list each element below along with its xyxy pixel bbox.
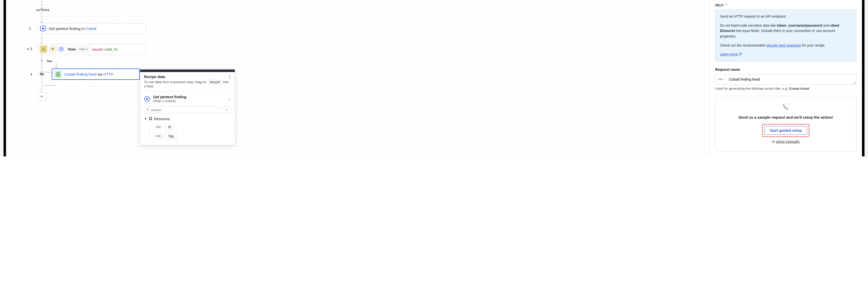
learn-more-link[interactable]: Learn more bbox=[720, 52, 742, 56]
start-guided-setup-button[interactable]: Start guided setup bbox=[765, 126, 807, 135]
popover-subtitle: To use data from a previous step, drag i… bbox=[144, 80, 231, 88]
clear-icon[interactable]: ✕ bbox=[224, 108, 229, 112]
svg-rect-17 bbox=[151, 119, 152, 120]
state-pill: State Step 2 bbox=[66, 46, 90, 52]
step-number: 4 bbox=[30, 72, 32, 76]
recipe-data-popover: Recipe data To use data from a previous … bbox=[140, 69, 235, 145]
step-card-get-pentest-finding[interactable]: Get pentest finding in Cobalt bbox=[37, 23, 146, 34]
external-link-icon bbox=[739, 52, 742, 57]
help-text: Send an HTTP request to an API endpoint. bbox=[720, 14, 851, 19]
request-name-label: Request name bbox=[715, 67, 857, 72]
datapill-label: ID bbox=[165, 124, 174, 131]
setup-alternative: or setup manually bbox=[720, 140, 851, 143]
setup-prompt-text: Send us a sample request and we'll setup… bbox=[720, 115, 851, 119]
output-section-toggle[interactable]: Get pentest finding (Step 2 output) ⌄ bbox=[144, 95, 231, 103]
popover-title: Recipe data bbox=[144, 75, 231, 79]
resize-handle-icon[interactable] bbox=[853, 81, 856, 84]
help-toggle[interactable]: HELP ˄ bbox=[715, 0, 857, 9]
svg-point-5 bbox=[60, 48, 62, 50]
tree-node-resource[interactable]: ▼ Resource bbox=[144, 117, 231, 121]
if-chip: IF bbox=[49, 46, 57, 53]
object-icon bbox=[149, 117, 152, 121]
guided-setup-box: Send us a sample request and we'll setup… bbox=[715, 96, 857, 152]
nav-down-icon[interactable]: ˅ bbox=[219, 108, 223, 112]
help-text: Do not hard-code sensitive data like tok… bbox=[720, 23, 851, 39]
step-text: Get pentest finding in Cobalt bbox=[49, 26, 96, 31]
connector-line bbox=[41, 12, 42, 22]
search-icon bbox=[146, 108, 149, 112]
guided-setup-highlight: Start guided setup bbox=[762, 124, 809, 137]
branch-icon bbox=[40, 45, 47, 53]
security-best-practices-link[interactable]: security best practices bbox=[766, 43, 801, 47]
nav-up-icon[interactable]: ˄ bbox=[215, 108, 218, 112]
collapse-caret-icon[interactable]: ▼ bbox=[27, 48, 29, 51]
step-card-if-condition[interactable]: IF State Step 2 equals valid_fix bbox=[37, 44, 146, 54]
step-text: Cobalt finding fixed via HTTP bbox=[64, 72, 113, 76]
type-abc-icon: ABC bbox=[154, 125, 163, 129]
cobalt-icon bbox=[59, 47, 64, 52]
type-abc-icon: ABC bbox=[715, 74, 726, 84]
connector-line bbox=[41, 86, 42, 92]
datapill-tree: ▼ Resource ABC ID AB bbox=[144, 117, 231, 140]
step-number: 2 bbox=[29, 26, 31, 30]
type-abc-icon: ABC bbox=[154, 134, 163, 138]
cobalt-icon bbox=[40, 25, 46, 32]
datapill-search[interactable]: ˄ ˅ ✕ bbox=[144, 106, 231, 113]
wand-icon bbox=[720, 103, 851, 112]
help-box: Send an HTTP request to an API endpoint.… bbox=[715, 9, 857, 61]
svg-rect-16 bbox=[149, 119, 150, 120]
popover-dragbar[interactable] bbox=[140, 70, 235, 72]
help-text: Check out the recommended security best … bbox=[720, 43, 851, 48]
datapill-tag[interactable]: ABC Tag bbox=[154, 133, 231, 140]
svg-rect-15 bbox=[151, 117, 152, 118]
request-name-input[interactable] bbox=[726, 74, 856, 84]
connector-line bbox=[41, 34, 42, 43]
svg-line-13 bbox=[148, 110, 149, 111]
output-subtitle: (Step 2 output) bbox=[153, 99, 186, 103]
step-card-http-selected[interactable]: HTTP Cobalt finding fixed via HTTP bbox=[52, 69, 140, 80]
drag-handle-icon[interactable] bbox=[228, 75, 231, 79]
cobalt-icon bbox=[144, 96, 150, 102]
step-number: 3 bbox=[30, 47, 32, 51]
caret-down-icon: ▼ bbox=[144, 117, 147, 121]
svg-marker-3 bbox=[44, 51, 45, 51]
chevron-down-icon: ⌄ bbox=[228, 97, 231, 101]
svg-text:HTTP: HTTP bbox=[56, 75, 60, 77]
datapill-label: Tag bbox=[165, 133, 177, 140]
actions-label: ACTIONS bbox=[36, 8, 50, 11]
add-step-button[interactable]: + bbox=[37, 92, 46, 101]
setup-manually-link[interactable]: setup manually bbox=[776, 140, 800, 143]
datapill-id[interactable]: ABC ID bbox=[154, 124, 231, 131]
svg-rect-14 bbox=[149, 117, 150, 118]
chevron-up-icon: ˄ bbox=[725, 3, 727, 7]
connector-elbow bbox=[41, 76, 57, 86]
config-panel: HELP ˄ Send an HTTP request to an API en… bbox=[709, 0, 862, 157]
search-input[interactable] bbox=[151, 108, 213, 112]
svg-rect-18 bbox=[784, 106, 788, 110]
request-name-input-wrap: ABC bbox=[715, 74, 857, 85]
svg-marker-2 bbox=[42, 51, 42, 51]
recipe-canvas[interactable]: ACTIONS 2 Get pentest finding in Cobalt … bbox=[6, 0, 709, 157]
svg-point-1 bbox=[42, 28, 44, 29]
condition-text: equals valid_fix bbox=[92, 47, 118, 51]
svg-point-12 bbox=[147, 109, 149, 110]
connector-line bbox=[41, 0, 42, 7]
output-title: Get pentest finding bbox=[153, 95, 186, 99]
request-name-hint: Used for generating the Workato action t… bbox=[715, 87, 857, 90]
svg-point-11 bbox=[146, 98, 148, 100]
